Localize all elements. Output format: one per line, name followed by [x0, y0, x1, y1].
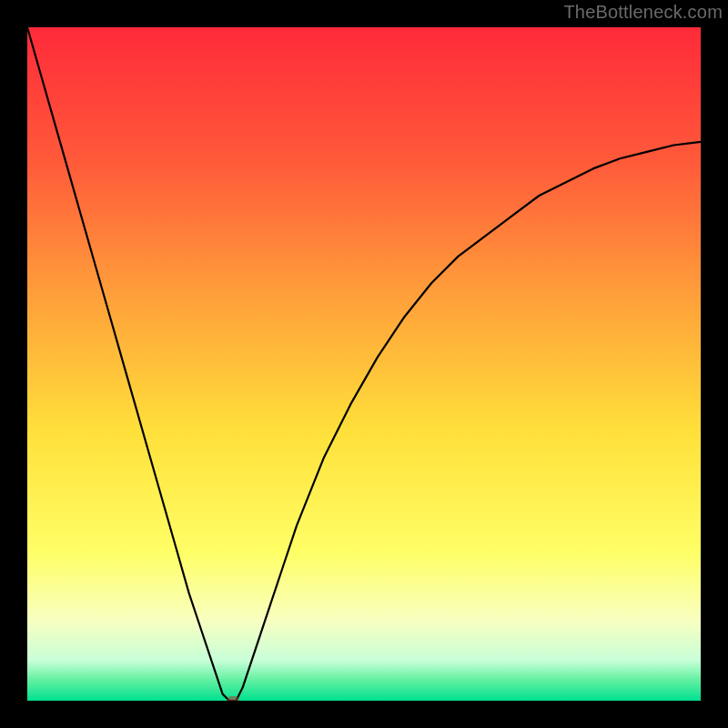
- optimal-point-marker: [227, 696, 239, 701]
- bottleneck-curve: [27, 27, 701, 701]
- curve-layer: [27, 27, 701, 701]
- watermark-text: TheBottleneck.com: [563, 2, 723, 23]
- plot-area: [27, 27, 701, 701]
- chart-frame: TheBottleneck.com: [0, 0, 728, 728]
